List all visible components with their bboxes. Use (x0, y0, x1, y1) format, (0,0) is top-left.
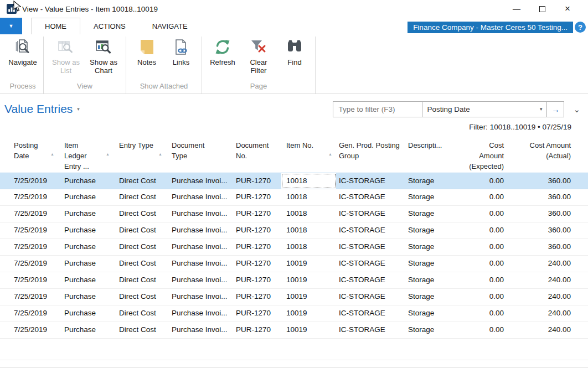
cell-cost-amount-expected[interactable]: 0.00 (454, 305, 507, 322)
table-row[interactable]: 7/25/2019PurchaseDirect CostPurchase Inv… (0, 222, 588, 239)
company-badge[interactable]: Finance Company - Master Ceres 50 Testin… (408, 22, 573, 33)
cell-item-no[interactable]: 10018 (281, 222, 336, 239)
cell-item-no[interactable]: 10018 (281, 189, 336, 205)
column-header[interactable]: Posting Date ▲ (0, 139, 58, 162)
cell-posting-date[interactable]: 7/25/2019 (0, 173, 58, 189)
cell-entry-type[interactable]: Direct Cost (114, 189, 166, 205)
cell-document-type[interactable]: Purchase Invoi... (166, 272, 231, 288)
links-button[interactable]: Links (166, 38, 196, 66)
cell-gen-prod-posting-group[interactable]: IC-STORAGE (336, 239, 403, 255)
find-button[interactable]: Find (280, 38, 310, 66)
cell-description[interactable]: Storage (403, 289, 454, 305)
cell-posting-date[interactable]: 7/25/2019 (0, 272, 58, 288)
cell-entry-type[interactable]: Direct Cost (114, 289, 166, 305)
cell-gen-prod-posting-group[interactable]: IC-STORAGE (336, 289, 403, 305)
cell-item-no[interactable]: 10019 (281, 272, 336, 288)
cell-item-ledger-entry-type[interactable]: Purchase (58, 239, 114, 255)
cell-description[interactable]: Storage (403, 239, 454, 255)
cell-posting-date[interactable]: 7/25/2019 (0, 256, 58, 272)
cell-cost-amount-actual[interactable]: 240.00 (507, 289, 576, 305)
cell-posting-date[interactable]: 7/25/2019 (0, 239, 58, 255)
cell-document-no[interactable]: PUR-1270 (231, 206, 281, 222)
cell-document-no[interactable]: PUR-1270 (231, 289, 281, 305)
cell-cost-amount-expected[interactable]: 0.00 (454, 173, 507, 189)
tab-navigate[interactable]: NAVIGATE (139, 18, 201, 34)
close-button[interactable]: × (555, 0, 580, 18)
cell-cost-amount-expected[interactable]: 0.00 (454, 272, 507, 288)
cell-item-ledger-entry-type[interactable]: Purchase (58, 222, 114, 239)
cell-item-no[interactable]: 10019 (281, 322, 336, 338)
cell-item-no[interactable]: 10019 (281, 256, 336, 272)
cell-gen-prod-posting-group[interactable]: IC-STORAGE (336, 173, 403, 189)
cell-document-type[interactable]: Purchase Invoi... (166, 289, 231, 305)
cell-description[interactable]: Storage (403, 272, 454, 288)
column-header[interactable]: Cost Amount (Expected) (454, 139, 507, 172)
cell-item-no[interactable]: 10019 (281, 289, 336, 305)
cell-gen-prod-posting-group[interactable]: IC-STORAGE (336, 322, 403, 338)
cell-document-type[interactable]: Purchase Invoi... (166, 305, 231, 322)
cell-gen-prod-posting-group[interactable]: IC-STORAGE (336, 305, 403, 322)
cell-entry-type[interactable]: Direct Cost (114, 173, 166, 189)
cell-gen-prod-posting-group[interactable]: IC-STORAGE (336, 272, 403, 288)
cell-cost-amount-expected[interactable]: 0.00 (454, 322, 507, 338)
cell-cost-amount-actual[interactable]: 240.00 (507, 322, 576, 338)
tab-home[interactable]: HOME (31, 18, 80, 34)
cell-document-type[interactable]: Purchase Invoi... (166, 173, 231, 189)
cell-document-type[interactable]: Purchase Invoi... (166, 256, 231, 272)
page-title-caret-icon[interactable]: ▾ (77, 106, 80, 112)
table-row[interactable]: 7/25/2019PurchaseDirect CostPurchase Inv… (0, 256, 588, 272)
app-menu-button[interactable]: ▼ (0, 18, 22, 34)
column-header[interactable]: Item Ledger Entry ... ▲ (58, 139, 114, 172)
cell-cost-amount-actual[interactable]: 360.00 (507, 189, 576, 205)
cell-cost-amount-actual[interactable]: 360.00 (507, 222, 576, 239)
cell-entry-type[interactable]: Direct Cost (114, 206, 166, 222)
maximize-button[interactable] (529, 0, 555, 18)
table-row[interactable]: 7/25/2019PurchaseDirect CostPurchase Inv… (0, 239, 588, 256)
cell-item-no[interactable]: 10018 (281, 206, 336, 222)
cell-item-ledger-entry-type[interactable]: Purchase (58, 289, 114, 305)
cell-item-ledger-entry-type[interactable]: Purchase (58, 256, 114, 272)
navigate-button[interactable]: Navigate (8, 38, 38, 66)
clear-filter-button[interactable]: Clear Filter (242, 38, 275, 75)
cell-document-type[interactable]: Purchase Invoi... (166, 239, 231, 255)
cell-document-type[interactable]: Purchase Invoi... (166, 189, 231, 205)
cell-gen-prod-posting-group[interactable]: IC-STORAGE (336, 206, 403, 222)
cell-item-no[interactable]: 10019 (281, 305, 336, 322)
cell-document-no[interactable]: PUR-1270 (231, 256, 281, 272)
cell-item-ledger-entry-type[interactable]: Purchase (58, 305, 114, 322)
cell-cost-amount-expected[interactable]: 0.00 (454, 239, 507, 255)
cell-entry-type[interactable]: Direct Cost (114, 305, 166, 322)
table-row[interactable]: 7/25/2019PurchaseDirect CostPurchase Inv… (0, 206, 588, 222)
column-header[interactable]: Descripti... (403, 139, 454, 151)
cell-document-no[interactable]: PUR-1270 (231, 272, 281, 288)
table-row[interactable]: 7/25/2019PurchaseDirect CostPurchase Inv… (0, 272, 588, 289)
cell-cost-amount-expected[interactable]: 0.00 (454, 222, 507, 239)
cell-description[interactable]: Storage (403, 206, 454, 222)
cell-posting-date[interactable]: 7/25/2019 (0, 289, 58, 305)
cell-description[interactable]: Storage (403, 256, 454, 272)
cell-document-type[interactable]: Purchase Invoi... (166, 206, 231, 222)
cell-entry-type[interactable]: Direct Cost (114, 256, 166, 272)
cell-cost-amount-expected[interactable]: 0.00 (454, 256, 507, 272)
cell-description[interactable]: Storage (403, 222, 454, 239)
cell-gen-prod-posting-group[interactable]: IC-STORAGE (336, 222, 403, 239)
cell-posting-date[interactable]: 7/25/2019 (0, 189, 58, 205)
minimize-button[interactable]: — (504, 0, 529, 18)
cell-item-ledger-entry-type[interactable]: Purchase (58, 173, 114, 189)
help-button[interactable]: ? (575, 22, 586, 33)
cell-gen-prod-posting-group[interactable]: IC-STORAGE (336, 256, 403, 272)
cell-cost-amount-expected[interactable]: 0.00 (454, 289, 507, 305)
cell-document-no[interactable]: PUR-1270 (231, 189, 281, 205)
cell-description[interactable]: Storage (403, 189, 454, 205)
table-row[interactable]: 7/25/2019PurchaseDirect CostPurchase Inv… (0, 289, 588, 305)
cell-cost-amount-expected[interactable]: 0.00 (454, 206, 507, 222)
cell-item-ledger-entry-type[interactable]: Purchase (58, 189, 114, 205)
cell-entry-type[interactable]: Direct Cost (114, 239, 166, 255)
cell-posting-date[interactable]: 7/25/2019 (0, 322, 58, 338)
column-header[interactable]: Entry Type ▲ (114, 139, 166, 151)
refresh-button[interactable]: Refresh (208, 38, 238, 66)
filter-input[interactable] (333, 105, 422, 113)
cell-item-ledger-entry-type[interactable]: Purchase (58, 206, 114, 222)
cell-posting-date[interactable]: 7/25/2019 (0, 222, 58, 239)
cell-cost-amount-actual[interactable]: 240.00 (507, 305, 576, 322)
